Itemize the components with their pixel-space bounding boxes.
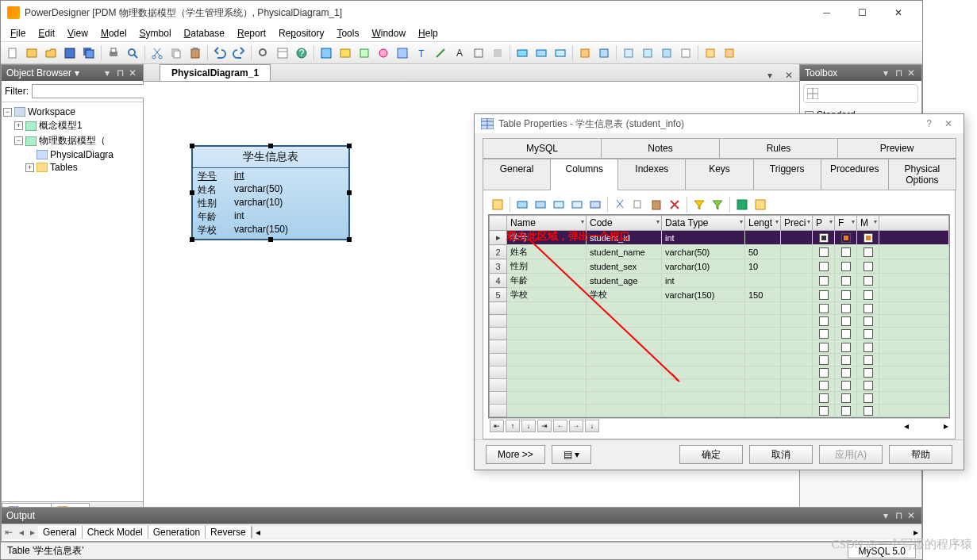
save-icon[interactable]	[61, 44, 79, 62]
close-icon[interactable]: ✕	[906, 510, 917, 521]
new-icon[interactable]	[4, 44, 21, 62]
nav-down2-icon[interactable]: ↓	[585, 420, 599, 432]
toolbox-group[interactable]	[803, 84, 918, 103]
help-icon[interactable]: ?	[293, 44, 310, 62]
tab-physical-options[interactable]: Physical Options	[888, 159, 956, 190]
resize-handle[interactable]	[268, 237, 273, 242]
tool-icon[interactable]	[317, 44, 335, 62]
options-button[interactable]: ▤ ▾	[552, 445, 591, 464]
tool-icon[interactable]	[595, 44, 613, 62]
menu-symbol[interactable]: Symbol	[133, 26, 178, 40]
tool-icon[interactable]	[576, 44, 594, 62]
maximize-button[interactable]: ☐	[844, 2, 880, 24]
redo-icon[interactable]	[230, 44, 248, 62]
resize-handle[interactable]	[268, 144, 273, 148]
menu-tools[interactable]: Tools	[330, 26, 365, 40]
expand-icon[interactable]: +	[14, 121, 23, 130]
properties-icon[interactable]	[274, 44, 291, 62]
tool-icon[interactable]	[432, 44, 449, 62]
collapse-icon[interactable]: −	[14, 136, 23, 145]
col-header[interactable]: Name	[510, 217, 536, 228]
tool-icon[interactable]	[677, 44, 694, 62]
col-header[interactable]: Data Type	[665, 217, 708, 228]
cut-icon[interactable]	[148, 44, 166, 62]
tab-indexes[interactable]: Indexes	[617, 159, 686, 190]
undo-icon[interactable]	[211, 44, 229, 62]
copy-icon[interactable]	[167, 44, 185, 62]
menu-window[interactable]: Window	[365, 26, 412, 40]
col-header[interactable]: Lengt	[748, 217, 772, 228]
help-button[interactable]: 帮助	[889, 445, 952, 464]
tree-label[interactable]: Tables	[50, 162, 78, 173]
nav-down-icon[interactable]: ↓	[521, 420, 536, 432]
col-header[interactable]: Preci	[784, 217, 806, 228]
scroll-right-icon[interactable]: ▸	[910, 527, 921, 538]
dialog-close-icon[interactable]: ✕	[940, 118, 957, 129]
tool-icon[interactable]	[721, 44, 738, 62]
dropdown-icon[interactable]: ▾	[761, 70, 779, 81]
output-tab[interactable]: Generation	[148, 526, 206, 539]
tab-mysql[interactable]: MySQL	[483, 138, 602, 159]
new-project-icon[interactable]	[23, 44, 40, 62]
tool-icon[interactable]	[394, 44, 411, 62]
menu-file[interactable]: File	[4, 26, 32, 40]
tab-procedures[interactable]: Procedures	[821, 159, 889, 190]
menu-repository[interactable]: Repository	[272, 26, 330, 40]
scroll-left-icon[interactable]: ◂	[252, 527, 263, 538]
insert-icon[interactable]	[514, 197, 530, 213]
tree-label[interactable]: 概念模型1	[39, 119, 83, 132]
col-header[interactable]: F	[838, 217, 844, 228]
tab-preview[interactable]: Preview	[837, 138, 956, 159]
tool-icon[interactable]	[658, 44, 675, 62]
tab-general[interactable]: General	[483, 159, 551, 190]
add-icon[interactable]	[533, 197, 548, 213]
doc-tab[interactable]: PhysicalDiagram_1	[160, 64, 271, 81]
nav-last-icon[interactable]: ⇥	[537, 420, 552, 432]
col-header[interactable]: Code	[590, 217, 613, 228]
close-icon[interactable]: ✕	[127, 67, 138, 79]
tool-icon[interactable]	[375, 44, 392, 62]
entity-table[interactable]: 学生信息表 学号int姓名varchar(50)性别varchar(10)年龄i…	[191, 145, 350, 240]
tool-icon[interactable]	[356, 44, 373, 62]
cut-icon[interactable]	[612, 197, 628, 213]
tool-icon[interactable]	[337, 44, 354, 62]
pin-icon[interactable]: ⊓	[114, 67, 125, 79]
more-button[interactable]: More >>	[486, 445, 545, 464]
menu-view[interactable]: View	[61, 26, 94, 40]
table-row[interactable]: 3性别student_sexvarchar(10)10	[490, 259, 949, 274]
nav-next-icon[interactable]: ▸	[27, 527, 38, 538]
col-header[interactable]: M	[860, 217, 868, 228]
pin-icon[interactable]: ⊓	[893, 510, 904, 521]
excel-icon[interactable]	[734, 197, 750, 213]
tree-label[interactable]: Workspace	[28, 106, 75, 117]
print-icon[interactable]	[105, 44, 122, 62]
table-row[interactable]: 4年龄student_ageint	[490, 274, 949, 288]
text-icon[interactable]: T	[413, 44, 430, 62]
nav-prev-icon[interactable]: ◂	[16, 527, 27, 538]
filter-input[interactable]	[32, 84, 156, 98]
table-row[interactable]: ▸学号student_idint	[490, 231, 949, 245]
tool-icon[interactable]	[587, 197, 603, 213]
output-tab[interactable]: Reverse	[206, 526, 252, 539]
find-icon[interactable]	[255, 44, 272, 62]
tool-icon[interactable]	[569, 197, 585, 213]
nav-first-icon[interactable]: ⇤	[490, 420, 504, 432]
paste-icon[interactable]	[648, 197, 664, 213]
menu-model[interactable]: Model	[94, 26, 133, 40]
tool-icon[interactable]	[551, 197, 567, 213]
copy-icon[interactable]	[630, 197, 646, 213]
tree-label[interactable]: 物理数据模型（	[39, 134, 106, 148]
nav-left-icon[interactable]: ←	[553, 420, 567, 432]
paste-icon[interactable]	[187, 44, 204, 62]
ok-button[interactable]: 确定	[679, 445, 743, 464]
tab-keys[interactable]: Keys	[685, 159, 753, 190]
open-icon[interactable]	[42, 44, 60, 62]
tool-icon[interactable]	[490, 197, 506, 213]
tool-icon[interactable]	[552, 44, 569, 62]
pin-icon[interactable]: ▾	[880, 67, 891, 79]
col-header[interactable]: P	[816, 217, 822, 228]
expand-icon[interactable]: +	[25, 163, 34, 172]
table-row[interactable]: 2姓名student_namevarchar(50)50	[490, 245, 949, 259]
tab-notes[interactable]: Notes	[601, 138, 720, 159]
nav-right-icon[interactable]: →	[569, 420, 583, 432]
